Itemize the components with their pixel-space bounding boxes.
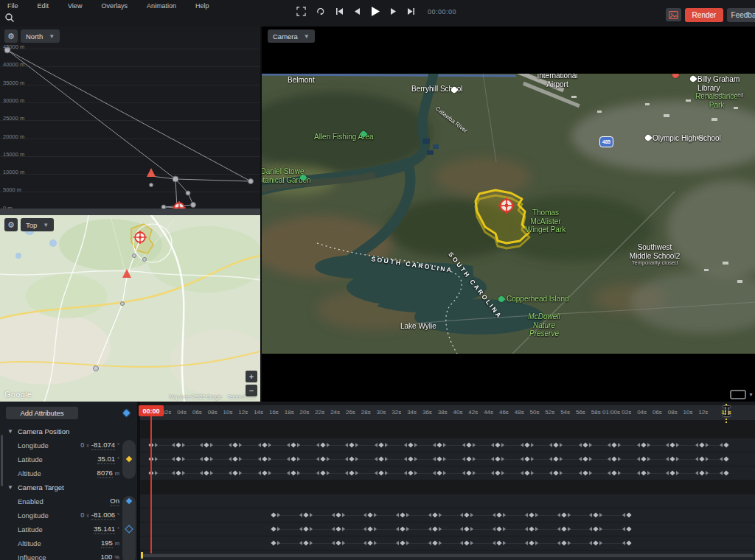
keyframe-next-arrow[interactable] — [589, 471, 592, 475]
ruler-tick[interactable]: 52s — [545, 409, 554, 416]
keyframe-next-arrow[interactable] — [268, 471, 271, 475]
keyframe-next-arrow[interactable] — [155, 457, 158, 461]
keyframe-next-arrow[interactable] — [647, 471, 650, 475]
keyframe-prev-arrow[interactable] — [404, 471, 407, 475]
keyframe-next-arrow[interactable] — [501, 471, 504, 475]
camera-3d-map[interactable]: BelmontBerryhill SchoolInternational Air… — [262, 74, 755, 354]
attribute-row[interactable]: Latitude35.01° — [0, 452, 137, 466]
attribute-row[interactable]: Latitude35.141° — [0, 522, 137, 536]
keyframe-prev-arrow[interactable] — [521, 443, 523, 447]
ruler-tick[interactable]: 10s — [683, 409, 693, 416]
keyframe-next-arrow[interactable] — [297, 457, 300, 461]
keyframe-next-arrow[interactable] — [706, 443, 709, 447]
keyframe-prev-arrow[interactable] — [172, 457, 175, 461]
ruler-tick[interactable]: 58s — [591, 409, 601, 416]
keyframe-next-arrow[interactable] — [443, 471, 446, 475]
keyframe-prev-arrow[interactable] — [396, 527, 399, 531]
keyframe-next-arrow[interactable] — [239, 443, 242, 447]
keyframe-next-arrow[interactable] — [568, 527, 571, 531]
frame-back-icon[interactable] — [353, 7, 361, 15]
attribute-row[interactable]: Longitude0x-81.074° — [0, 438, 137, 452]
skip-end-icon[interactable] — [407, 7, 415, 15]
keyframe-prev-arrow[interactable] — [622, 541, 625, 545]
keyframe-prev-arrow[interactable] — [666, 457, 669, 461]
attribute-value[interactable]: On — [110, 497, 119, 506]
keyframe-next-arrow[interactable] — [327, 457, 330, 461]
keyframe-prev-arrow[interactable] — [557, 513, 560, 517]
keyframe-next-arrow[interactable] — [560, 443, 563, 447]
keyframe-prev-arrow[interactable] — [549, 443, 552, 447]
keyframe-prev-arrow[interactable] — [557, 527, 560, 531]
keyframe-next-arrow[interactable] — [210, 457, 213, 461]
keyframe-prev-arrow[interactable] — [332, 541, 335, 545]
keyframe-prev-arrow[interactable] — [695, 457, 698, 461]
keyframe-next-arrow[interactable] — [535, 527, 538, 531]
play-icon[interactable] — [370, 6, 380, 17]
keyframe-next-arrow[interactable] — [599, 527, 602, 531]
attribute-row[interactable]: Altitude8076m — [0, 466, 137, 480]
keyframe-prev-arrow[interactable] — [493, 513, 495, 517]
north-viewport[interactable]: 45000 m40000 m35000 m30000 m25000 m20000… — [0, 27, 260, 209]
keyframe-next-arrow[interactable] — [535, 513, 538, 517]
keyframe-next-arrow[interactable] — [355, 443, 358, 447]
keyframe-prev-arrow[interactable] — [579, 443, 582, 447]
keyframe-prev-arrow[interactable] — [589, 513, 592, 517]
keyframe-prev-arrow[interactable] — [589, 527, 592, 531]
attribute-value[interactable]: -81.006 — [91, 511, 115, 520]
keyframe-prev-arrow[interactable] — [299, 541, 302, 545]
top-view-dropdown[interactable]: Top▼ — [21, 218, 54, 231]
keyframe-prev-arrow[interactable] — [433, 443, 436, 447]
skip-start-icon[interactable] — [335, 7, 344, 15]
ruler-tick[interactable]: 08s — [208, 409, 218, 416]
keyframe-prev-arrow[interactable] — [433, 471, 436, 475]
horizontal-scrollbar[interactable] — [140, 553, 755, 558]
keyframe-prev-arrow[interactable] — [491, 471, 494, 475]
keyframe-next-arrow[interactable] — [268, 443, 271, 447]
keyframe-next-arrow[interactable] — [503, 541, 506, 545]
keyframe-next-arrow[interactable] — [473, 457, 476, 461]
keyframe-next-arrow[interactable] — [310, 541, 313, 545]
keyframe-next-arrow[interactable] — [310, 513, 313, 517]
keyframe-prev-arrow[interactable] — [375, 471, 378, 475]
keyframe-next-arrow[interactable] — [385, 443, 388, 447]
keyframe-next-arrow[interactable] — [439, 527, 442, 531]
search-icon[interactable] — [4, 13, 16, 24]
keyframe-prev-arrow[interactable] — [375, 457, 378, 461]
keyframe-next-arrow[interactable] — [406, 527, 409, 531]
keyframe-next-arrow[interactable] — [676, 471, 679, 475]
keyframe-next-arrow[interactable] — [443, 457, 446, 461]
keyframe-next-arrow[interactable] — [501, 457, 504, 461]
keyframe-prev-arrow[interactable] — [172, 443, 175, 447]
menu-file[interactable]: File — [4, 1, 21, 11]
keyframe-next-arrow[interactable] — [277, 541, 280, 545]
ruler-tick[interactable]: 18s — [285, 409, 294, 416]
keyframe-prev-arrow[interactable] — [720, 457, 723, 461]
keyframe-prev-arrow[interactable] — [258, 471, 261, 475]
ruler-tick[interactable]: 46s — [499, 409, 509, 416]
keyframe-next-arrow[interactable] — [385, 471, 388, 475]
keyframe-prev-arrow[interactable] — [363, 513, 366, 517]
keyframe-prev-arrow[interactable] — [608, 471, 610, 475]
keyframe-prev-arrow[interactable] — [493, 527, 495, 531]
camera-view-dropdown[interactable]: Camera▼ — [268, 29, 315, 43]
keyframe-next-arrow[interactable] — [182, 457, 185, 461]
keyframe-prev-arrow[interactable] — [172, 471, 175, 475]
value-prefix[interactable]: 0 — [80, 511, 84, 519]
ruler-tick[interactable]: 02s — [622, 409, 631, 416]
keyframe-next-arrow[interactable] — [676, 457, 679, 461]
collapse-caret-icon[interactable]: ▼ — [7, 484, 18, 491]
keyframe-prev-arrow[interactable] — [396, 541, 399, 545]
keyframe-prev-arrow[interactable] — [287, 457, 290, 461]
keyframe-next-arrow[interactable] — [210, 471, 213, 475]
keyframe-prev-arrow[interactable] — [666, 443, 669, 447]
keyframe-prev-arrow[interactable] — [622, 527, 625, 531]
keyframe-prev-arrow[interactable] — [695, 443, 698, 447]
keyframe-next-arrow[interactable] — [155, 471, 158, 475]
keyframe-next-arrow[interactable] — [443, 443, 446, 447]
keyframe-prev-arrow[interactable] — [287, 443, 290, 447]
ruler-tick[interactable]: 38s — [438, 409, 448, 416]
keyframe-next-arrow[interactable] — [414, 471, 417, 475]
ruler-tick[interactable]: 06s — [192, 409, 202, 416]
ruler-tick[interactable]: 48s — [515, 409, 524, 416]
menu-overlays[interactable]: Overlays — [98, 1, 131, 11]
